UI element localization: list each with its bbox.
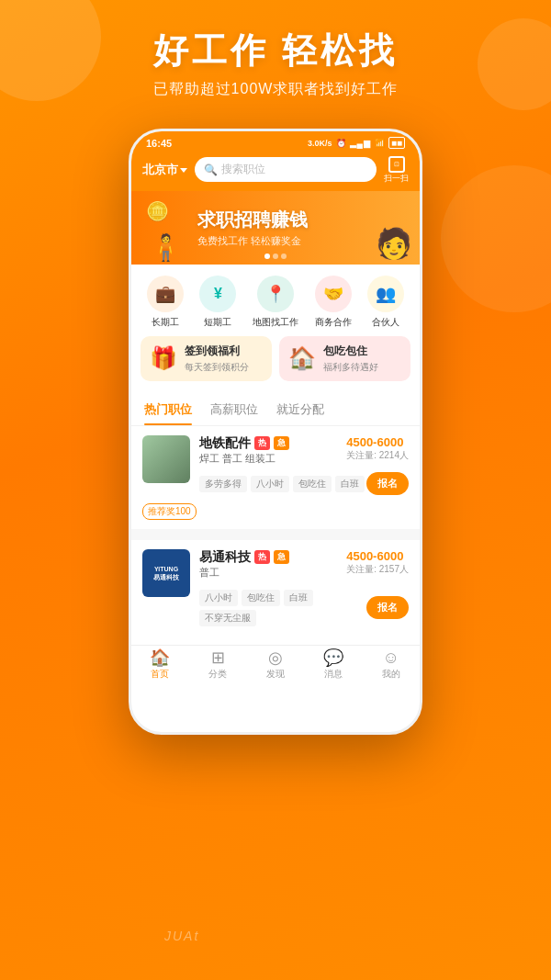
category-partner[interactable]: 👥 合伙人	[367, 276, 404, 329]
job-2-logo-text: YiTUNG易通科技	[153, 565, 179, 581]
job-2-apply-button[interactable]: 报名	[366, 596, 409, 619]
banner-title: 求职招聘赚钱	[197, 208, 308, 232]
status-icons: 3.0K/s ⏰ ▂▄▆ 📶 ■■	[308, 137, 405, 149]
job-1-title-row: 地铁配件 热 急	[199, 435, 289, 452]
partner-label: 合伙人	[372, 316, 399, 329]
job-1-thumbnail	[142, 435, 190, 483]
dot-2	[273, 253, 278, 259]
category-short-term[interactable]: ¥ 短期工	[199, 276, 236, 329]
message-icon: 💬	[323, 649, 343, 666]
promo-welfare[interactable]: 🏠 包吃包住 福利多待遇好	[279, 336, 410, 381]
job-1-main-row: 地铁配件 热 急 焊工 普工 组装工 4500-6000 关注量: 2214人	[199, 435, 409, 468]
job-1-hot-badge: 热	[254, 436, 270, 450]
promo-cards-section: 🎁 签到领福利 每天签到领积分 🏠 包吃包住 福利多待遇好	[131, 336, 420, 390]
job-2-tag-3: 白班	[284, 590, 313, 606]
banner-figure-right: 🧑	[376, 226, 412, 261]
nav-message[interactable]: 💬 消息	[304, 649, 362, 681]
job-1-info: 地铁配件 热 急 焊工 普工 组装工 4500-6000 关注量: 2214人	[199, 435, 409, 496]
job-2-tag-1: 八小时	[199, 590, 238, 606]
battery-icon: ■■	[388, 137, 405, 149]
promo-checkin[interactable]: 🎁 签到领福利 每天签到领积分	[141, 336, 272, 381]
job-2-salary: 4500-6000	[346, 549, 409, 563]
nav-home[interactable]: 🏠 首页	[131, 649, 189, 681]
nav-discover[interactable]: ◎ 发现	[247, 649, 305, 681]
search-bar[interactable]: 🔍 搜索职位	[195, 157, 377, 182]
nav-category[interactable]: ⊞ 分类	[189, 649, 247, 681]
job-2-main-row: 易通科技 热 急 普工 4500-6000 关注量: 2157人	[199, 549, 409, 582]
map-job-icon: 📍	[257, 276, 294, 312]
home-label: 首页	[151, 668, 169, 681]
long-term-label: 长期工	[152, 316, 179, 329]
category-section: 💼 长期工 ¥ 短期工 📍 地图找工作 🤝 商务合作 👥 合伙人	[131, 265, 420, 336]
job-2-info: 易通科技 热 急 普工 4500-6000 关注量: 2157人	[199, 549, 409, 630]
job-card-1-body: 地铁配件 热 急 焊工 普工 组装工 4500-6000 关注量: 2214人	[142, 435, 409, 496]
checkin-title: 签到领福利	[185, 344, 249, 359]
map-job-label: 地图找工作	[253, 316, 298, 329]
phone-wrapper: 16:45 3.0K/s ⏰ ▂▄▆ 📶 ■■ 北京市 🔍 搜索职位 ⊡	[0, 129, 551, 735]
job-2-hot-badge: 热	[254, 550, 270, 564]
dot-1	[264, 253, 270, 259]
job-2-follow: 关注量: 2157人	[346, 563, 409, 576]
job-1-salary: 4500-6000	[346, 435, 409, 449]
job-2-subtitle: 普工	[199, 566, 289, 580]
scan-label: 扫一扫	[384, 174, 409, 183]
job-2-left: 易通科技 热 急 普工	[199, 549, 289, 582]
job-1-recommend: 推荐奖100	[142, 500, 409, 520]
welfare-text: 包吃包住 福利多待遇好	[323, 344, 378, 374]
location-button[interactable]: 北京市	[142, 162, 187, 178]
long-term-icon: 💼	[147, 276, 184, 312]
short-term-label: 短期工	[204, 316, 231, 329]
job-tabs: 热门职位 高薪职位 就近分配	[131, 390, 420, 426]
job-2-tags: 八小时 包吃住 白班 不穿无尘服	[199, 590, 366, 626]
bottom-navigation: 🏠 首页 ⊞ 分类 ◎ 发现 💬 消息 ☺ 我的	[131, 645, 420, 682]
short-term-icon: ¥	[199, 276, 236, 312]
job-list: 地铁配件 热 急 焊工 普工 组装工 4500-6000 关注量: 2214人	[131, 426, 420, 639]
job-1-recommend-badge: 推荐奖100	[142, 503, 197, 520]
phone-mockup: 16:45 3.0K/s ⏰ ▂▄▆ 📶 ■■ 北京市 🔍 搜索职位 ⊡	[129, 129, 422, 735]
category-biz[interactable]: 🤝 商务合作	[315, 276, 352, 329]
tab-high-salary[interactable]: 高薪职位	[210, 401, 258, 425]
app-header: 北京市 🔍 搜索职位 ⊡ 扫一扫	[131, 152, 420, 191]
message-label: 消息	[324, 668, 343, 681]
job-2-urgent-badge: 急	[274, 550, 289, 564]
job-1-tags: 多劳多得 八小时 包吃住 白班	[199, 476, 365, 492]
app-banner[interactable]: 🪙 🧍 求职招聘赚钱 免费找工作 轻松赚奖金 🧑	[131, 191, 420, 265]
job-1-left: 地铁配件 热 急 焊工 普工 组装工	[199, 435, 289, 468]
network-speed: 3.0K/s	[308, 139, 332, 148]
signal-icon: ▂▄▆	[350, 139, 371, 148]
welfare-icon: 🏠	[288, 345, 316, 371]
category-icon: ⊞	[211, 649, 225, 666]
checkin-subtitle: 每天签到领积分	[185, 361, 249, 374]
hero-section: 好工作 轻松找 已帮助超过100W求职者找到好工作	[0, 0, 551, 114]
category-long-term[interactable]: 💼 长期工	[147, 276, 184, 329]
tab-hot-jobs[interactable]: 热门职位	[144, 401, 192, 425]
location-text: 北京市	[142, 162, 178, 178]
scan-button[interactable]: ⊡ 扫一扫	[384, 156, 409, 184]
job-card-2-body: YiTUNG易通科技 易通科技 热 急 普工	[142, 549, 409, 630]
job-1-follow: 关注量: 2214人	[346, 449, 409, 462]
job-2-tag-2: 包吃住	[242, 590, 280, 606]
hero-title: 好工作 轻松找	[18, 28, 533, 74]
search-icon: 🔍	[204, 163, 218, 176]
discover-label: 发现	[266, 668, 285, 681]
alarm-icon: ⏰	[336, 139, 346, 148]
job-1-tag-3: 包吃住	[293, 476, 332, 492]
watermark: JUAt	[164, 929, 199, 943]
biz-label: 商务合作	[315, 316, 352, 329]
banner-coin-icon: 🪙	[146, 200, 169, 222]
job-card-1: 地铁配件 热 急 焊工 普工 组装工 4500-6000 关注量: 2214人	[131, 426, 420, 529]
job-1-title: 地铁配件	[199, 435, 251, 452]
mine-label: 我的	[382, 668, 400, 681]
banner-figure-left: 🧍	[150, 232, 182, 263]
job-1-tag-2: 八小时	[251, 476, 289, 492]
category-map-job[interactable]: 📍 地图找工作	[253, 276, 298, 329]
job-1-urgent-badge: 急	[274, 436, 289, 450]
nav-mine[interactable]: ☺ 我的	[362, 649, 420, 681]
job-1-apply-button[interactable]: 报名	[366, 472, 409, 495]
mine-icon: ☺	[382, 649, 399, 666]
biz-icon: 🤝	[315, 276, 352, 312]
banner-text: 求职招聘赚钱 免费找工作 轻松赚奖金	[197, 208, 308, 248]
dot-3	[281, 253, 287, 259]
wifi-icon: 📶	[375, 139, 385, 148]
tab-nearby[interactable]: 就近分配	[276, 401, 324, 425]
